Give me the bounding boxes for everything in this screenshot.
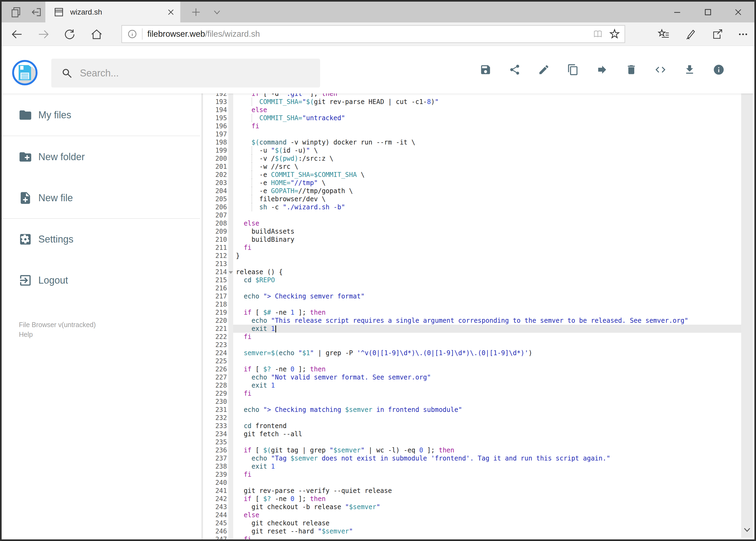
share-icon[interactable] bbox=[705, 22, 729, 46]
code-line[interactable]: 225 bbox=[203, 357, 741, 365]
line-number: 228 bbox=[203, 381, 227, 389]
code-line[interactable]: 244 else bbox=[203, 511, 741, 519]
code-button[interactable] bbox=[646, 55, 675, 84]
code-line[interactable]: 207 bbox=[203, 211, 741, 219]
web-notes-icon[interactable] bbox=[678, 22, 703, 46]
code-line[interactable]: 247 fi bbox=[203, 535, 741, 539]
code-line[interactable]: 196 fi bbox=[203, 122, 741, 130]
set-tabs-aside-icon[interactable] bbox=[26, 2, 46, 22]
address-bar[interactable]: filebrowser.web/files/wizard.sh bbox=[122, 25, 625, 43]
code-line[interactable]: 226 if [ $? -ne 0 ]; then bbox=[203, 365, 741, 373]
fold-arrow-icon[interactable] bbox=[229, 271, 233, 274]
close-icon[interactable] bbox=[724, 2, 752, 22]
tab-chevron-icon[interactable] bbox=[207, 2, 227, 22]
refresh-icon[interactable] bbox=[59, 22, 81, 46]
help-link[interactable]: Help bbox=[19, 329, 33, 339]
code-line[interactable]: 198 $(command -v winpty) docker run --rm… bbox=[203, 138, 741, 146]
code-line[interactable]: 193 COMMIT_SHA="$(git rev-parse HEAD | c… bbox=[203, 98, 741, 106]
code-line[interactable]: 242 if [ $? -ne 0 ]; then bbox=[203, 495, 741, 503]
code-line[interactable]: 192 if [ -d ".git" ]; then bbox=[203, 94, 741, 98]
code-line[interactable]: 213 bbox=[203, 260, 741, 268]
line-number: 233 bbox=[203, 422, 227, 430]
sidebar-item-new-file[interactable]: New file bbox=[2, 186, 196, 211]
code-line[interactable]: 220 echo "This release script requires a… bbox=[203, 316, 741, 325]
code-line[interactable]: 211 fi bbox=[203, 244, 741, 252]
code-line[interactable]: 233 cd frontend bbox=[203, 422, 741, 430]
code-line[interactable]: 243 git checkout -b release "$semver" bbox=[203, 503, 741, 511]
code-line[interactable]: 235 bbox=[203, 438, 741, 446]
code-line[interactable]: 202 -e COMMIT_SHA=$COMMIT_SHA \ bbox=[203, 171, 741, 179]
code-line[interactable]: 203 -e HOME="//tmp" \ bbox=[203, 179, 741, 187]
code-line[interactable]: 241 git rev-parse --verify --quiet relea… bbox=[203, 487, 741, 495]
code-line[interactable]: 215 cd $REPO bbox=[203, 276, 741, 284]
sidebar-item-settings[interactable]: Settings bbox=[2, 227, 196, 252]
code-line[interactable]: 238 exit 1 bbox=[203, 462, 741, 470]
code-line[interactable]: 232 bbox=[203, 414, 741, 422]
info-button[interactable] bbox=[704, 55, 733, 84]
filebrowser-logo[interactable] bbox=[12, 60, 38, 85]
code-line[interactable]: 223 bbox=[203, 341, 741, 349]
code-line[interactable]: 218 bbox=[203, 300, 741, 308]
share-button[interactable] bbox=[500, 55, 529, 84]
code-line[interactable]: 201 -w //src \ bbox=[203, 163, 741, 171]
code-line[interactable]: 229 fi bbox=[203, 389, 741, 397]
code-line[interactable]: 222 fi bbox=[203, 333, 741, 341]
code-line[interactable]: 239 fi bbox=[203, 470, 741, 479]
save-button[interactable] bbox=[471, 55, 500, 84]
code-line[interactable]: 216 bbox=[203, 284, 741, 292]
code-line[interactable]: 224 semver=$(echo "$1" | grep -P '^v(0|[… bbox=[203, 349, 741, 357]
sidebar-item-my-files[interactable]: My files bbox=[2, 103, 196, 128]
code-line[interactable]: 217 echo "> Checking semver format" bbox=[203, 292, 741, 300]
code-line[interactable]: 197 bbox=[203, 130, 741, 138]
code-line[interactable]: 240 bbox=[203, 479, 741, 487]
forward-icon[interactable] bbox=[33, 22, 55, 46]
code-line[interactable]: 212} bbox=[203, 252, 741, 260]
close-tab-icon[interactable] bbox=[163, 5, 178, 19]
home-icon[interactable] bbox=[86, 22, 108, 46]
more-icon[interactable] bbox=[731, 22, 755, 46]
code-line[interactable]: 195 COMMIT_SHA="untracked" bbox=[203, 114, 741, 122]
sidebar-item-new-folder[interactable]: New folder bbox=[2, 145, 196, 169]
reading-view-icon[interactable] bbox=[590, 26, 606, 42]
sidebar-item-logout[interactable]: Logout bbox=[2, 268, 196, 293]
hub-icon[interactable] bbox=[651, 22, 676, 46]
site-info-icon[interactable] bbox=[127, 29, 137, 39]
delete-button[interactable] bbox=[617, 55, 646, 84]
code-line[interactable]: 204 -e GOPATH=//tmp/gopath \ bbox=[203, 187, 741, 195]
code-line[interactable]: 234 git fetch --all bbox=[203, 430, 741, 438]
code-line[interactable]: 194 else bbox=[203, 106, 741, 114]
move-button[interactable] bbox=[588, 55, 617, 84]
download-button[interactable] bbox=[675, 55, 704, 84]
new-tab-icon[interactable] bbox=[186, 2, 206, 22]
code-line[interactable]: 210 buildBinary bbox=[203, 236, 741, 244]
code-line[interactable]: 246 git reset --hard "$semver" bbox=[203, 527, 741, 535]
scroll-down-icon[interactable] bbox=[741, 523, 753, 536]
maximize-icon[interactable] bbox=[694, 2, 722, 22]
edit-button[interactable] bbox=[529, 55, 559, 84]
code-line[interactable]: 214release () { bbox=[203, 268, 741, 276]
back-icon[interactable] bbox=[6, 22, 28, 46]
code-line[interactable]: 208 else bbox=[203, 219, 741, 228]
tab-previews-icon[interactable] bbox=[6, 2, 26, 22]
code-line[interactable]: 206 sh -c "./wizard.sh -b" bbox=[203, 203, 741, 211]
code-line[interactable]: 245 git checkout release bbox=[203, 519, 741, 527]
code-line[interactable]: 231 echo "> Checking matching $semver in… bbox=[203, 406, 741, 414]
code-line[interactable]: 199 -u "$(id -u)" \ bbox=[203, 146, 741, 155]
code-line[interactable]: 227 echo "Not valid semver format. See s… bbox=[203, 373, 741, 381]
code-line[interactable]: 230 bbox=[203, 397, 741, 406]
code-line[interactable]: 228 exit 1 bbox=[203, 381, 741, 389]
page-scrollbar[interactable] bbox=[741, 49, 753, 538]
browser-tab[interactable]: wizard.sh bbox=[45, 2, 180, 22]
code-line[interactable]: 237 echo "Tag $semver does not exist in … bbox=[203, 454, 741, 462]
code-editor[interactable]: 192 if [ -d ".git" ]; then193 COMMIT_SHA… bbox=[203, 94, 741, 539]
favorite-star-icon[interactable] bbox=[606, 26, 623, 42]
code-line[interactable]: 200 -v /$(pwd):/src:z \ bbox=[203, 155, 741, 163]
code-line[interactable]: 219 if [ $# -ne 1 ]; then bbox=[203, 308, 741, 316]
search-input[interactable]: Search... bbox=[51, 59, 320, 88]
copy-button[interactable] bbox=[559, 55, 588, 84]
minimize-icon[interactable] bbox=[663, 2, 691, 22]
code-line[interactable]: 205 filebrowser/dev \ bbox=[203, 195, 741, 203]
code-line[interactable]: 221 exit 1 bbox=[203, 325, 741, 333]
code-line[interactable]: 236 if [ $(git tag | grep "$semver" | wc… bbox=[203, 446, 741, 454]
code-line[interactable]: 209 buildAssets bbox=[203, 228, 741, 236]
